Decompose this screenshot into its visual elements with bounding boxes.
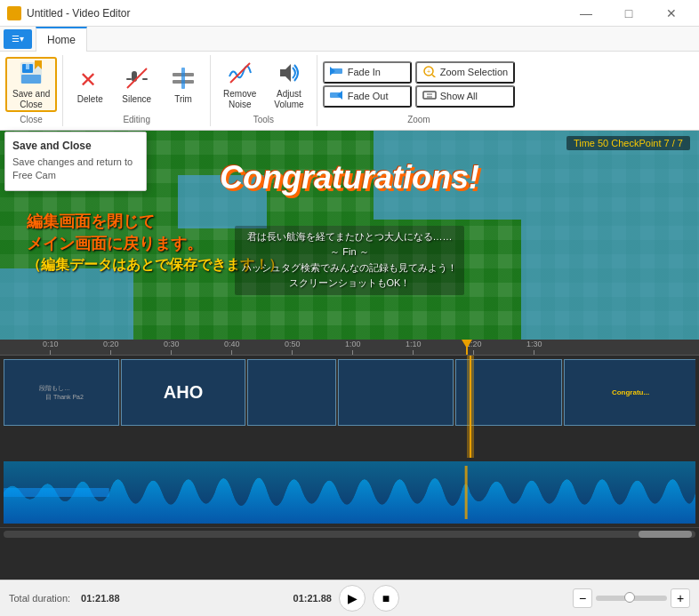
- ruler-tick-2: 0:30: [164, 340, 180, 355]
- tooltip-desc: Save changes and return to Free Cam: [12, 156, 139, 183]
- editing-group-label: Editing: [68, 113, 205, 126]
- thumbnail-6: Congratu...: [565, 360, 695, 425]
- thumbnail-2: AHO: [122, 360, 245, 425]
- ribbon-group-tools: RemoveNoise AdjustVolume Tools: [211, 55, 317, 126]
- tooltip-title: Save and Close: [12, 140, 139, 152]
- adjust-volume-button[interactable]: AdjustVolume: [267, 57, 310, 112]
- ruler-tick-3: 0:40: [224, 340, 240, 355]
- track-playhead: [470, 356, 471, 458]
- total-duration-label: Total duration:: [9, 593, 70, 604]
- svg-marker-13: [280, 64, 291, 82]
- thumbnail-3: [248, 360, 335, 425]
- ribbon-group-tools-items: RemoveNoise AdjustVolume: [216, 55, 311, 113]
- scrollbar-track[interactable]: [4, 531, 695, 538]
- zoom-selection-button[interactable]: + Zoom Selection: [415, 61, 515, 84]
- show-all-button[interactable]: Show All: [415, 85, 515, 108]
- playhead[interactable]: [466, 340, 468, 355]
- play-button[interactable]: ▶: [339, 585, 366, 612]
- playback-controls: 01:21.88 ▶ ■: [293, 585, 399, 612]
- save-close-icon: [17, 59, 45, 87]
- ruler-marks: 0:10 0:20 0:30 0:40 0:50 1:00: [0, 340, 699, 355]
- zoom-selection-icon: +: [422, 65, 437, 80]
- close-group-label: Close: [5, 113, 57, 126]
- svg-rect-2: [26, 64, 29, 69]
- delete-button[interactable]: ✕ Delete: [68, 57, 111, 112]
- remove-noise-label: RemoveNoise: [223, 89, 256, 110]
- save-close-tooltip: Save and Close Save changes and return t…: [4, 132, 147, 191]
- silence-label: Silence: [122, 94, 151, 105]
- sub-text-overlay: 君は長い航海を経てまたひとつ大人になる…… ～ Fin ～ ハッシュタグ検索でみ…: [235, 226, 464, 295]
- zoom-group-label: Zoom: [323, 113, 515, 126]
- close-button[interactable]: ✕: [651, 0, 692, 27]
- trim-label: Trim: [174, 94, 192, 105]
- timeline-tracks: 段階もし… 目 Thank Pa2 AHO: [0, 356, 699, 458]
- trim-button[interactable]: Trim: [162, 57, 205, 112]
- ruler-tick-8: 1:30: [526, 340, 542, 355]
- ruler-tick-5: 1:00: [345, 340, 361, 355]
- save-close-button[interactable]: Save andClose: [5, 57, 57, 112]
- track-segment-6[interactable]: Congratu...: [564, 359, 695, 426]
- svg-marker-17: [337, 91, 342, 100]
- track-segment-3[interactable]: [247, 359, 336, 426]
- silence-icon: [123, 64, 151, 92]
- adjust-volume-label: AdjustVolume: [274, 89, 303, 110]
- audio-track: [4, 461, 695, 524]
- silence-button[interactable]: Silence: [115, 57, 158, 112]
- track-segment-2[interactable]: AHO: [121, 359, 245, 426]
- total-duration-value: 01:21.88: [81, 593, 119, 604]
- thumbnail-1: 段階もし… 目 Thank Pa2: [4, 360, 118, 425]
- sub-text1: 君は長い航海を経てまたひとつ大人になる……: [242, 229, 457, 245]
- ruler-tick-6: 1:10: [406, 340, 422, 355]
- fade-out-label: Fade Out: [348, 91, 389, 101]
- maximize-button[interactable]: □: [608, 0, 649, 27]
- timeline-scrollbar[interactable]: [0, 527, 699, 540]
- footer: Total duration: 01:21.88 01:21.88 ▶ ■ − …: [0, 580, 699, 615]
- playhead-highlight: [467, 356, 474, 458]
- show-all-icon: [422, 89, 437, 104]
- ribbon-tabs: ☰▾ Home: [0, 27, 699, 52]
- ribbon-group-close-items: Save andClose: [5, 55, 57, 113]
- window-controls: — □ ✕: [566, 0, 692, 27]
- track-segment-1[interactable]: 段階もし… 目 Thank Pa2: [4, 359, 119, 426]
- trim-icon: [169, 64, 197, 92]
- tab-home[interactable]: Home: [36, 27, 87, 52]
- water-2: [521, 220, 699, 340]
- svg-rect-21: [423, 92, 436, 99]
- zoom-slider-thumb[interactable]: [624, 592, 635, 603]
- zoom-selection-column: + Zoom Selection Show All: [415, 57, 515, 112]
- ribbon-group-editing-items: ✕ Delete Silence: [68, 55, 205, 113]
- svg-line-19: [432, 75, 436, 77]
- ribbon-menu-button[interactable]: ☰▾: [4, 29, 32, 49]
- svg-line-12: [230, 63, 250, 83]
- zoom-fade-column: Fade In Fade Out: [323, 57, 412, 112]
- thumbnail-4: [339, 360, 453, 425]
- zoom-selection-label: Zoom Selection: [440, 67, 508, 77]
- show-all-label: Show All: [440, 91, 478, 101]
- ribbon-group-zoom-items: Fade In Fade Out + Zoom Selection: [323, 55, 515, 113]
- video-track: 段階もし… 目 Thank Pa2 AHO: [4, 359, 695, 426]
- app-icon: [7, 6, 21, 20]
- fade-in-button[interactable]: Fade In: [323, 61, 412, 84]
- ruler-tick-4: 0:50: [285, 340, 301, 355]
- svg-rect-11: [181, 68, 185, 89]
- ruler-tick-0: 0:10: [43, 340, 59, 355]
- track-segment-4[interactable]: [338, 359, 454, 426]
- zoom-out-button[interactable]: −: [573, 588, 592, 608]
- video-title-right: Time 50 CheckPoint 7 / 7: [566, 136, 690, 150]
- zoom-slider[interactable]: [596, 596, 667, 601]
- remove-noise-button[interactable]: RemoveNoise: [216, 57, 263, 112]
- window-title: Untitled - Video Editor: [27, 7, 566, 20]
- bottom-text1: ハッシュタグ検索でみんなの記録も見てみよう！: [242, 260, 457, 276]
- timeline-ruler: 0:10 0:20 0:30 0:40 0:50 1:00: [0, 340, 699, 356]
- remove-noise-icon: [226, 59, 254, 87]
- zoom-in-button[interactable]: +: [671, 588, 690, 608]
- water-3: [0, 268, 133, 340]
- fade-out-button[interactable]: Fade Out: [323, 85, 412, 108]
- stop-icon: ■: [382, 591, 390, 605]
- bottom-text2: スクリーンショットもOK！: [242, 276, 457, 292]
- minimize-button[interactable]: —: [566, 0, 607, 27]
- stop-button[interactable]: ■: [373, 585, 399, 612]
- adjust-volume-icon: [275, 59, 303, 87]
- delete-icon: ✕: [76, 64, 104, 92]
- scrollbar-thumb[interactable]: [639, 531, 692, 538]
